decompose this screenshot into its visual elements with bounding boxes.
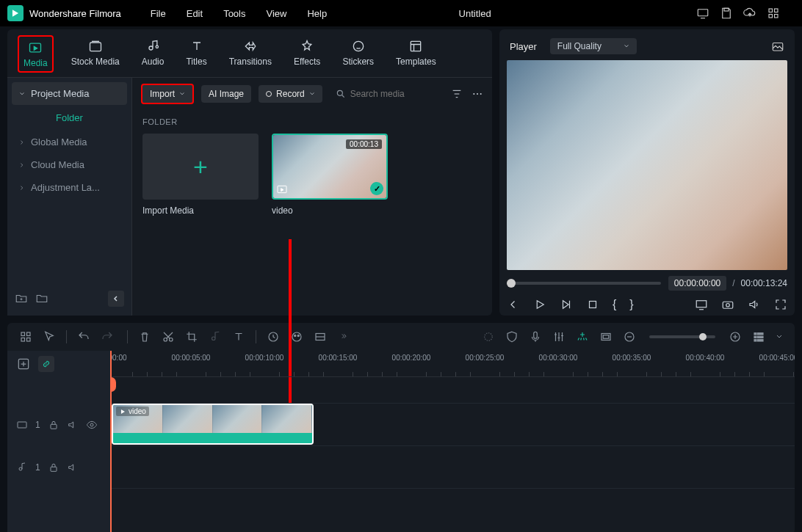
zoom-knob[interactable] [699,333,707,340]
mute-icon[interactable] [67,462,79,473]
fullscreen-icon[interactable] [774,298,787,311]
text-icon[interactable] [232,330,245,343]
play-forward-icon[interactable] [560,298,573,311]
search-input[interactable] [350,89,438,99]
more-icon[interactable] [472,88,483,100]
scrubber[interactable] [507,282,661,285]
display-icon[interactable] [695,298,708,311]
volume-icon[interactable] [748,298,761,311]
music-icon[interactable] [209,330,222,343]
cut-icon[interactable] [162,330,175,343]
tab-audio[interactable]: Audio [137,35,169,73]
scrubber-knob[interactable] [507,279,516,288]
sidebar-folder-label[interactable]: Folder [12,105,127,131]
import-media-tile[interactable]: + Import Media [142,134,259,216]
svg-rect-40 [754,340,756,341]
mixer-icon[interactable] [552,330,566,343]
audio-track-row[interactable] [110,446,795,489]
video-track-row[interactable]: video [110,404,795,446]
mute-icon[interactable] [67,419,79,431]
record-button[interactable]: Record [259,85,322,103]
delete-icon[interactable] [138,330,151,343]
track-area[interactable]: 00:0000:00:05:0000:00:10:0000:00:15:0000… [110,351,795,532]
cursor-icon[interactable] [43,330,56,343]
import-button[interactable]: Import [141,84,194,104]
marker-icon[interactable] [482,330,495,343]
sidebar-item-global-media[interactable]: Global Media [12,131,127,153]
audio-track-header[interactable]: 1 [7,446,110,489]
media-thumb-video[interactable]: 00:00:13 ✓ video [272,134,388,216]
menu-file[interactable]: File [151,8,166,19]
device-icon[interactable] [696,7,709,20]
zoom-out-icon[interactable] [623,330,636,343]
import-label: Import [150,89,175,99]
sidebar-collapse-button[interactable] [108,291,124,307]
ruler-tick: 00:00:15:00 [319,354,358,362]
video-track-header[interactable]: 1 [7,404,110,446]
tab-stickers[interactable]: Stickers [338,35,378,73]
prev-frame-icon[interactable] [507,298,520,311]
filter-icon[interactable] [451,88,463,100]
track-view-icon[interactable] [752,330,765,343]
snapshot-icon[interactable] [771,40,784,53]
chevron-down-icon [624,43,629,49]
search-icon [336,89,346,99]
tab-transitions[interactable]: Transitions [225,35,276,73]
folder-icon[interactable] [35,292,48,305]
sidebar-cloud-label: Cloud Media [31,159,84,170]
sidebar-item-adjustment-layer[interactable]: Adjustment La... [12,176,127,199]
sidebar-project-media-label: Project Media [31,88,89,99]
stop-icon[interactable] [586,298,599,311]
playhead[interactable] [110,351,112,532]
chevron-down-icon[interactable] [776,333,783,340]
zoom-slider[interactable] [649,335,715,338]
tab-effects[interactable]: Effects [289,35,325,73]
tab-stock-media[interactable]: Stock Media [67,35,124,73]
quality-selector[interactable]: Full Quality [550,38,637,54]
redo-icon[interactable] [101,330,114,343]
search-media[interactable] [330,89,444,99]
link-tracks-button[interactable] [38,356,54,372]
sidebar-item-project-media[interactable]: Project Media [12,82,127,105]
tab-templates[interactable]: Templates [391,35,441,73]
menu-edit[interactable]: Edit [187,8,203,19]
apps-grid-icon[interactable] [767,7,780,20]
preview-video[interactable] [507,60,787,270]
svg-rect-24 [27,338,31,342]
new-folder-icon[interactable] [15,292,28,305]
tab-media[interactable]: Media [18,35,54,73]
sidebar-item-cloud-media[interactable]: Cloud Media [12,153,127,176]
timeline-clip-video[interactable]: video [112,404,314,445]
mic-icon[interactable] [529,330,542,343]
mark-out-icon[interactable]: } [629,298,633,311]
lock-icon[interactable] [48,419,59,431]
ai-image-button[interactable]: AI Image [201,85,251,103]
add-track-icon[interactable] [16,357,31,371]
tab-titles[interactable]: Titles [181,35,211,73]
time-ruler[interactable]: 00:0000:00:05:0000:00:10:0000:00:15:0000… [110,351,795,377]
ruler-tick: 00:00:25:00 [466,354,505,362]
play-icon[interactable] [533,298,546,311]
undo-icon[interactable] [77,330,90,343]
keyframe-icon[interactable] [314,330,327,343]
lock-icon[interactable] [48,462,59,473]
shield-icon[interactable] [505,330,519,343]
color-icon[interactable] [290,330,303,343]
save-icon[interactable] [720,7,733,20]
mark-in-icon[interactable]: { [613,298,616,311]
camera-icon[interactable] [721,298,734,311]
svg-rect-5 [775,15,778,18]
crop-icon[interactable] [185,330,198,343]
visibility-icon[interactable] [86,419,98,431]
zoom-in-icon[interactable] [729,330,742,343]
menu-tools[interactable]: Tools [223,8,245,19]
cloud-upload-icon[interactable] [743,7,756,20]
magnet-icon[interactable] [576,330,589,343]
safe-zone-icon[interactable] [599,330,613,343]
check-icon: ✓ [370,182,383,195]
layout-icon[interactable] [19,330,32,343]
svg-rect-2 [769,9,773,12]
speed-icon[interactable] [267,330,280,343]
svg-rect-35 [603,335,609,339]
more-tools-icon[interactable] [337,330,350,343]
